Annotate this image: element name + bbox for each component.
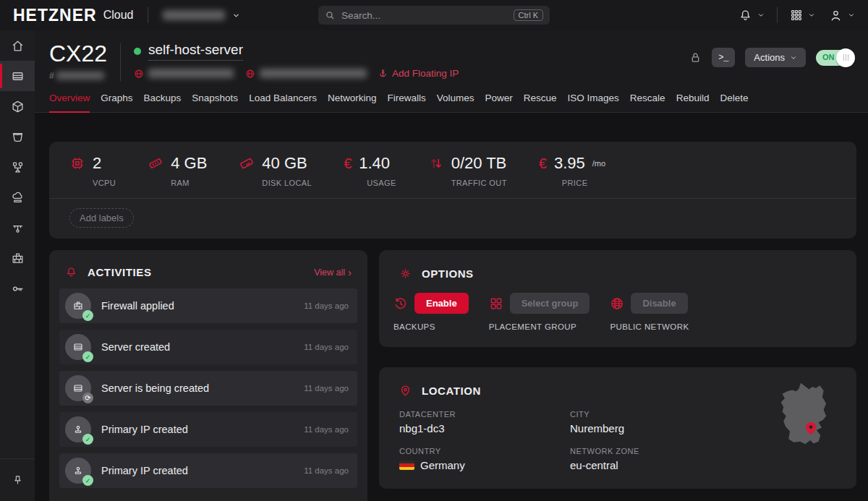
globe-icon (610, 296, 624, 311)
germany-flag-icon (399, 461, 414, 470)
activity-row[interactable]: ✓ Primary IP created 11 days ago (59, 412, 357, 447)
avatar: ⟳ (65, 375, 91, 401)
tab-networking[interactable]: Networking (328, 91, 377, 112)
actions-label: Actions (754, 52, 785, 63)
search-icon (325, 10, 335, 20)
topbar: HETZNER Cloud Search... Ctrl K (0, 0, 868, 30)
power-toggle[interactable]: ON (816, 50, 854, 66)
activity-row[interactable]: ✓ Firewall applied 11 days ago (59, 288, 357, 323)
sidebar-item-home[interactable] (0, 30, 35, 61)
server-type-block: CX22 # (49, 42, 107, 81)
ipv6-blurred (260, 69, 367, 78)
tab-power[interactable]: Power (485, 91, 513, 112)
tab-rebuild[interactable]: Rebuild (676, 91, 710, 112)
sidebar-item-load-balancers[interactable] (0, 152, 35, 182)
tab-volumes[interactable]: Volumes (437, 91, 475, 112)
view-all-link[interactable]: View all › (314, 267, 352, 278)
activity-time: 11 days ago (304, 343, 349, 351)
pending-refresh-badge: ⟳ (82, 393, 93, 403)
home-icon (11, 39, 25, 53)
tab-delete[interactable]: Delete (720, 91, 748, 112)
field-city: CITY Nuremberg (570, 410, 741, 434)
ipv4-address[interactable] (134, 69, 234, 79)
tab-rescale[interactable]: Rescale (630, 91, 665, 112)
pin-icon (12, 474, 24, 487)
divider (120, 43, 121, 81)
tab-snapshots[interactable]: Snapshots (192, 91, 238, 112)
stat-vcpu: 2 VCPU (69, 154, 116, 187)
primary-ip-icon (72, 465, 84, 476)
success-check-badge: ✓ (82, 351, 93, 362)
search-shortcut-badge: Ctrl K (514, 9, 544, 21)
history-icon (393, 296, 408, 311)
map-pin-icon (399, 385, 412, 397)
field-country: COUNTRY Germany (399, 447, 570, 471)
search-input[interactable]: Search... Ctrl K (318, 6, 550, 25)
sidebar-item-firewalls[interactable] (0, 243, 35, 273)
server-name[interactable]: self-host-server (148, 42, 243, 61)
apps-grid-icon[interactable] (790, 9, 803, 22)
lock-icon[interactable] (689, 51, 702, 64)
option-label: BACKUPS (393, 322, 469, 331)
stats-panel: 2 VCPU 4 GB RAM 40 GB DISK LOCAL (49, 142, 856, 239)
disk-icon (239, 155, 255, 171)
sidebar-item-images[interactable] (0, 91, 35, 121)
tab-iso-images[interactable]: ISO Images (568, 91, 619, 112)
server-identity: self-host-server Add Floating IP (134, 42, 459, 79)
primary-ip-icon (72, 424, 84, 435)
activity-row[interactable]: ✓ Server created 11 days ago (59, 330, 357, 364)
stat-value: 0/20 TB (451, 154, 507, 173)
firewall-icon (72, 300, 84, 312)
stat-traffic: 0/20 TB TRAFFIC OUT (428, 154, 507, 187)
status-dot-running (134, 48, 141, 55)
project-selector[interactable] (163, 10, 240, 20)
germany-map (774, 379, 838, 470)
firewall-icon (11, 252, 25, 265)
chevron-down-icon[interactable] (757, 12, 765, 19)
activity-row[interactable]: ⟳ Server is being created 11 days ago (59, 371, 357, 406)
tab-load-balancers[interactable]: Load Balancers (249, 91, 317, 112)
topbar-actions (739, 7, 855, 23)
chevron-down-icon[interactable] (848, 12, 855, 19)
add-floating-ip-link[interactable]: Add Floating IP (378, 68, 459, 79)
field-label: NETWORK ZONE (570, 447, 741, 455)
activity-time: 11 days ago (304, 466, 349, 475)
console-button[interactable]: >_ (712, 48, 735, 67)
tab-firewalls[interactable]: Firewalls (387, 91, 425, 112)
power-toggle-handle[interactable] (836, 48, 855, 67)
cpu-icon (69, 155, 85, 171)
sidebar-item-storage[interactable] (0, 121, 35, 152)
account-user-icon[interactable] (829, 9, 843, 22)
field-value: Germany (420, 459, 465, 471)
stat-label: DISK LOCAL (262, 179, 312, 187)
success-check-badge: ✓ (82, 475, 93, 486)
sidebar-item-servers[interactable] (0, 61, 35, 91)
activity-time: 11 days ago (304, 425, 349, 434)
add-labels-button[interactable]: Add labels (69, 208, 134, 228)
sidebar-pin-button[interactable] (0, 465, 35, 495)
select-group-button[interactable]: Select group (510, 293, 590, 314)
enable-backups-button[interactable]: Enable (414, 293, 469, 314)
tab-graphs[interactable]: Graphs (101, 91, 132, 112)
tab-rescue[interactable]: Rescue (524, 91, 557, 112)
euro-icon: € (539, 156, 547, 171)
actions-button[interactable]: Actions (745, 48, 806, 67)
activity-title: Server is being created (101, 382, 209, 394)
chevron-down-icon (790, 54, 797, 61)
activity-title: Primary IP created (101, 465, 188, 476)
notifications-bell-icon[interactable] (739, 9, 752, 22)
field-label: COUNTRY (399, 447, 570, 455)
sidebar-item-networks[interactable] (0, 213, 35, 243)
stat-label: PRICE (562, 179, 605, 187)
tab-overview[interactable]: Overview (49, 91, 90, 113)
activity-row[interactable]: ✓ Primary IP created 11 days ago (59, 453, 357, 488)
sidebar-item-security[interactable] (0, 273, 35, 304)
sidebar-item-floating-ips[interactable] (0, 182, 35, 213)
stat-value: 2 (93, 154, 101, 173)
success-check-badge: ✓ (82, 434, 93, 445)
success-check-badge: ✓ (82, 310, 93, 321)
disable-public-network-button[interactable]: Disable (631, 293, 687, 314)
tab-backups[interactable]: Backups (144, 91, 182, 112)
chevron-down-icon[interactable] (808, 12, 815, 19)
ipv6-address[interactable] (245, 69, 367, 79)
